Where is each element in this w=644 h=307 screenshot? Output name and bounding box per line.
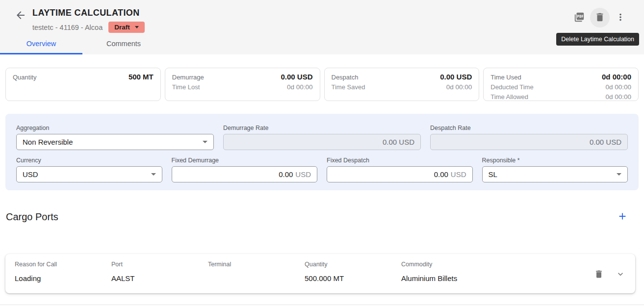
chevron-down-icon xyxy=(151,173,156,176)
currency-label: Currency xyxy=(16,157,162,164)
card-label: Despatch xyxy=(332,73,359,82)
demurrage-rate-input: 0.00 USD xyxy=(223,134,421,150)
card-label: Quantity xyxy=(13,73,36,82)
column-header: Port xyxy=(111,261,208,268)
despatch-card: Despatch 0.00 USD Time Saved 0d 00:00 xyxy=(324,68,480,101)
card-value: 0d 00:00 xyxy=(605,92,631,102)
card-value: 0.00 USD xyxy=(440,72,472,82)
fixed-despatch-input[interactable]: 0.00 USD xyxy=(327,166,473,182)
demurrage-rate-value: 0.00 USD xyxy=(383,138,414,146)
export-pdf-button[interactable] xyxy=(569,8,589,27)
cargo-col-port: Port AALST xyxy=(111,261,208,282)
card-label: Time Lost xyxy=(172,82,200,92)
demurrage-rate-label: Demurrage Rate xyxy=(223,125,421,131)
quantity-card: Quantity 500 MT xyxy=(5,68,161,101)
currency-value: USD xyxy=(23,170,38,179)
card-value: 0.00 USD xyxy=(281,72,312,82)
pdf-export-icon xyxy=(574,12,585,24)
demurrage-card: Demurrage 0.00 USD Time Lost 0d 00:00 xyxy=(165,68,320,101)
card-label: Deducted Time xyxy=(490,82,533,92)
cargo-col-quantity: Quantity 500.000 MT xyxy=(305,261,401,282)
despatch-rate-value: 0.00 USD xyxy=(590,138,621,146)
fixed-demurrage-suffix: USD xyxy=(295,170,311,179)
chevron-down-icon xyxy=(616,269,625,281)
card-value: 500 MT xyxy=(129,72,154,82)
chevron-down-icon xyxy=(135,26,139,28)
add-cargo-port-button[interactable] xyxy=(615,209,630,225)
page-header: LAYTIME CALCULATION testetc - 41169 - Al… xyxy=(0,0,644,54)
responsible-value: SL xyxy=(489,170,497,179)
column-header: Terminal xyxy=(208,261,305,268)
fixed-despatch-suffix: USD xyxy=(451,170,466,179)
card-value: 0d 00:00 xyxy=(602,72,631,82)
time-used-card: Time Used 0d 00:00 Deducted Time 0d 00:0… xyxy=(483,68,639,101)
back-button[interactable] xyxy=(14,9,27,23)
trash-icon xyxy=(594,12,605,24)
reason-for-call-value: Loading xyxy=(15,274,111,282)
commodity-value: Aluminium Billets xyxy=(401,274,498,282)
delete-tooltip: Delete Laytime Calculation xyxy=(556,33,639,46)
delete-button[interactable] xyxy=(590,8,610,27)
trash-icon xyxy=(594,269,604,281)
cargo-port-row[interactable]: Reason for Call Loading Port AALST Termi… xyxy=(5,254,635,293)
responsible-label: Responsible * xyxy=(482,157,628,164)
fixed-despatch-value: 0.00 xyxy=(434,170,448,179)
laytime-settings-panel: Aggregation Non Reversible Demurrage Rat… xyxy=(5,114,639,190)
cargo-col-terminal: Terminal xyxy=(208,261,305,274)
fixed-demurrage-value: 0.00 xyxy=(279,170,293,179)
chevron-down-icon xyxy=(617,173,621,176)
tab-overview[interactable]: Overview xyxy=(0,33,82,54)
despatch-rate-input: 0.00 USD xyxy=(430,134,628,150)
cargo-col-commodity: Commodity Aluminium Billets xyxy=(401,261,498,282)
tab-comments[interactable]: Comments xyxy=(82,33,165,54)
tab-bar: Overview Comments xyxy=(0,33,165,54)
column-header: Reason for Call xyxy=(15,261,111,268)
fixed-demurrage-label: Fixed Demurrage xyxy=(172,157,318,164)
card-label: Time Allowed xyxy=(490,92,528,102)
card-value: 0d 00:00 xyxy=(605,82,631,92)
currency-select[interactable]: USD xyxy=(16,166,162,182)
quantity-value: 500.000 MT xyxy=(305,274,401,282)
card-label: Demurrage xyxy=(172,73,204,82)
summary-cards-row: Quantity 500 MT Demurrage 0.00 USD Time … xyxy=(5,68,639,101)
breadcrumb-subtitle: testetc - 41169 - Alcoa xyxy=(32,24,103,31)
card-label: Time Used xyxy=(490,73,521,82)
cargo-col-reason: Reason for Call Loading xyxy=(15,261,111,282)
more-options-button[interactable] xyxy=(611,8,630,27)
fixed-demurrage-input[interactable]: 0.00 USD xyxy=(172,166,318,182)
aggregation-label: Aggregation xyxy=(16,125,214,131)
aggregation-value: Non Reversible xyxy=(23,138,73,146)
column-header: Quantity xyxy=(305,261,401,268)
column-header: Commodity xyxy=(401,261,498,268)
page-title: LAYTIME CALCULATION xyxy=(32,8,145,18)
arrow-back-icon xyxy=(15,9,26,23)
card-value: 0d 00:00 xyxy=(287,82,313,92)
chevron-down-icon xyxy=(203,141,207,143)
responsible-select[interactable]: SL xyxy=(482,166,628,182)
status-badge-dropdown[interactable]: Draft xyxy=(108,22,145,33)
fixed-despatch-label: Fixed Despatch xyxy=(327,157,473,164)
card-label: Time Saved xyxy=(332,82,365,92)
bottom-divider xyxy=(0,305,644,305)
aggregation-select[interactable]: Non Reversible xyxy=(16,134,214,150)
card-value: 0d 00:00 xyxy=(446,82,472,92)
kebab-menu-icon xyxy=(615,12,626,24)
expand-cargo-port-button[interactable] xyxy=(613,267,628,282)
plus-icon xyxy=(617,211,628,223)
port-value: AALST xyxy=(111,274,208,282)
cargo-ports-heading: Cargo Ports xyxy=(6,211,58,223)
status-label: Draft xyxy=(114,24,130,31)
delete-cargo-port-button[interactable] xyxy=(591,267,607,282)
despatch-rate-label: Despatch Rate xyxy=(430,125,628,131)
